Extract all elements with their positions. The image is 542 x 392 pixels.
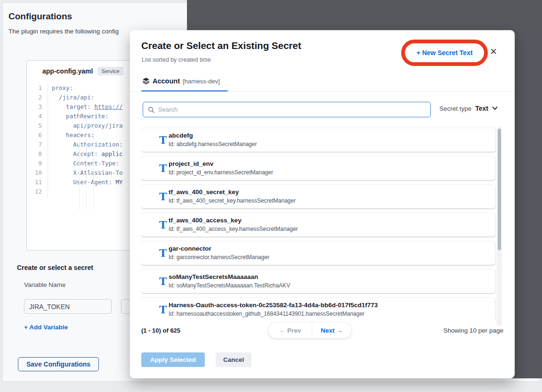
search-icon: [148, 106, 154, 113]
secret-id: Id: garconnector.harnessSecretManager: [169, 253, 269, 261]
code-text: /jira/api:: [48, 93, 94, 102]
secret-list-item[interactable]: T gar-connector Id: garconnector.harness…: [141, 241, 495, 265]
secret-id: Id: project_id_env.harnessSecretManager: [169, 169, 273, 176]
search-input[interactable]: [158, 106, 430, 113]
line-number: 4: [27, 112, 48, 121]
pagination-pill: ← Prev Next →: [268, 323, 351, 338]
line-number: 8: [27, 149, 48, 159]
text-secret-icon: T: [159, 135, 167, 145]
tab-account[interactable]: Account [harness-dev]: [142, 77, 220, 85]
chevron-down-icon: [492, 106, 498, 110]
code-text: target: https://: [48, 102, 123, 112]
secret-id: Id: tf_aws_400_secret_key.harnessSecretM…: [169, 197, 296, 204]
secret-name: project_id_env: [169, 160, 273, 168]
pagination-range: (1 - 10) of 625: [141, 327, 180, 334]
code-text: Accept: applic: [48, 149, 123, 159]
variable-name-input[interactable]: [24, 299, 112, 314]
tab-account-label: Account: [153, 77, 180, 85]
secret-list: T abcdefg Id: abcdefg.harnessSecretManag…: [141, 123, 497, 320]
add-variable-link[interactable]: + Add Variable: [24, 324, 68, 331]
secret-name: soManyTestSecretsMaaaaaan: [169, 273, 290, 281]
line-number: 5: [27, 121, 48, 131]
secret-list-item[interactable]: T tf_aws_400_secret_key Id: tf_aws_400_s…: [141, 185, 495, 208]
per-page-label: Showing 10 per page: [443, 327, 503, 334]
secret-name: Harness-Oauth-access-token-0c253582-fa13…: [169, 301, 378, 310]
save-configurations-button[interactable]: Save Configurations: [18, 357, 99, 371]
editor-header: app-config.yaml Service: [42, 67, 123, 75]
indent-guide: [79, 115, 80, 210]
code-text: Authorization:: [48, 140, 123, 149]
code-text: proxy:: [48, 83, 73, 93]
tab-divider: [130, 91, 515, 92]
code-text: X-Atlassian-To: [48, 168, 123, 178]
code-text: Content-Type:: [48, 159, 119, 168]
text-secret-icon: T: [159, 220, 167, 230]
variable-name-label: Variable Name: [24, 281, 65, 288]
select-secret-modal: Create or Select an Existing Secret List…: [130, 30, 515, 378]
line-number: 2: [27, 93, 48, 102]
text-secret-icon: T: [159, 248, 167, 258]
indent-guide: [93, 115, 94, 210]
secret-name: gar-connector: [169, 245, 269, 253]
secret-name: tf_aws_400_secret_key: [169, 188, 296, 196]
secret-id: Id: tf_aws_400_access_key.harnessSecretM…: [169, 225, 298, 233]
secret-type-selector[interactable]: Secret type Text: [439, 105, 498, 112]
cancel-button[interactable]: Cancel: [216, 352, 251, 367]
text-secret-icon: T: [159, 276, 167, 286]
red-annotation-circle: + New Secret Text: [401, 40, 488, 66]
tab-account-scope: [harness-dev]: [183, 78, 220, 85]
search-box[interactable]: [143, 102, 431, 117]
line-number: 7: [27, 140, 48, 149]
secret-id: Id: harnessoauthaccesstoken_github_16843…: [169, 310, 378, 318]
page-subtitle: The plugin requires the following config: [8, 28, 119, 35]
editor-filename: app-config.yaml: [42, 67, 93, 75]
secret-name: abcdefg: [169, 131, 257, 140]
text-secret-icon: T: [159, 163, 167, 173]
apply-selected-button[interactable]: Apply Selected: [141, 352, 205, 367]
line-number: 10: [27, 168, 48, 178]
text-secret-icon: T: [159, 304, 167, 315]
code-text: User-Agent: MY: [48, 178, 123, 187]
secret-id: Id: abcdefg.harnessSecretManager: [169, 140, 257, 148]
next-button[interactable]: Next →: [312, 323, 351, 338]
code-text: api/proxy/jira: [48, 121, 123, 131]
prev-button[interactable]: ← Prev: [268, 323, 312, 338]
line-number: 3: [27, 102, 48, 112]
secret-section-heading: Create or select a secret: [17, 264, 93, 271]
code-text: headers:: [48, 131, 94, 140]
line-number: 9: [27, 159, 48, 168]
line-number: 12: [27, 187, 48, 196]
secret-name: tf_aws_400_access_key: [169, 216, 298, 225]
modal-title: Create or Select an Existing Secret: [141, 40, 301, 51]
modal-subtitle: List sorted by created time: [142, 57, 211, 63]
new-secret-text-button[interactable]: + New Secret Text: [416, 49, 472, 57]
indent-guide: [86, 115, 87, 210]
secret-type-label: Secret type: [439, 105, 471, 112]
line-number: 1: [27, 83, 48, 93]
list-scrollbar[interactable]: [497, 126, 502, 326]
page-title: Configurations: [8, 11, 72, 22]
code-text: pathRewrite:: [48, 112, 108, 121]
secret-list-item[interactable]: T project_id_env Id: project_id_env.harn…: [141, 156, 495, 180]
secret-id: Id: soManyTestSecretsMaaaaaan.TestRichaA…: [169, 282, 290, 289]
line-number: 11: [27, 178, 48, 187]
close-icon[interactable]: ✕: [490, 47, 497, 57]
layers-icon: [142, 77, 150, 85]
secret-list-item[interactable]: T abcdefg Id: abcdefg.harnessSecretManag…: [141, 128, 495, 152]
service-badge: Service: [97, 67, 123, 75]
secret-list-item[interactable]: T tf_aws_400_access_key Id: tf_aws_400_a…: [141, 213, 495, 237]
text-secret-icon: T: [159, 191, 167, 202]
scrollbar-thumb[interactable]: [498, 129, 501, 250]
secret-type-value[interactable]: Text: [475, 105, 488, 112]
secret-list-item[interactable]: T soManyTestSecretsMaaaaaan Id: soManyTe…: [141, 270, 495, 293]
code-text: [48, 187, 52, 196]
secret-list-item[interactable]: T Harness-Oauth-access-token-0c253582-fa…: [141, 298, 495, 320]
line-number: 6: [27, 131, 48, 140]
